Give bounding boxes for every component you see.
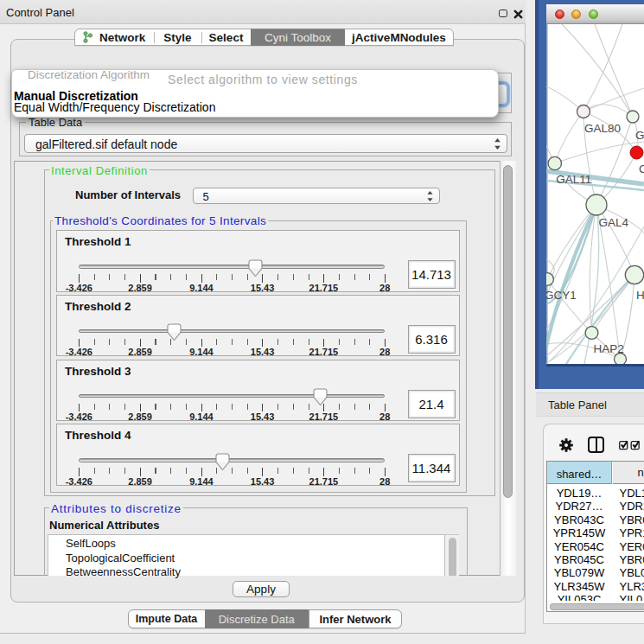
svg-text:GAL7: GAL7 bbox=[635, 129, 644, 142]
svg-text:GCY1: GCY1 bbox=[546, 289, 577, 302]
svg-text:H: H bbox=[636, 289, 644, 302]
svg-text:GAL4: GAL4 bbox=[598, 216, 628, 229]
svg-text:HAP2: HAP2 bbox=[593, 342, 623, 355]
svg-text:C: C bbox=[639, 163, 644, 175]
svg-text:GAL11: GAL11 bbox=[556, 173, 591, 186]
svg-text:GAL80: GAL80 bbox=[584, 122, 621, 135]
